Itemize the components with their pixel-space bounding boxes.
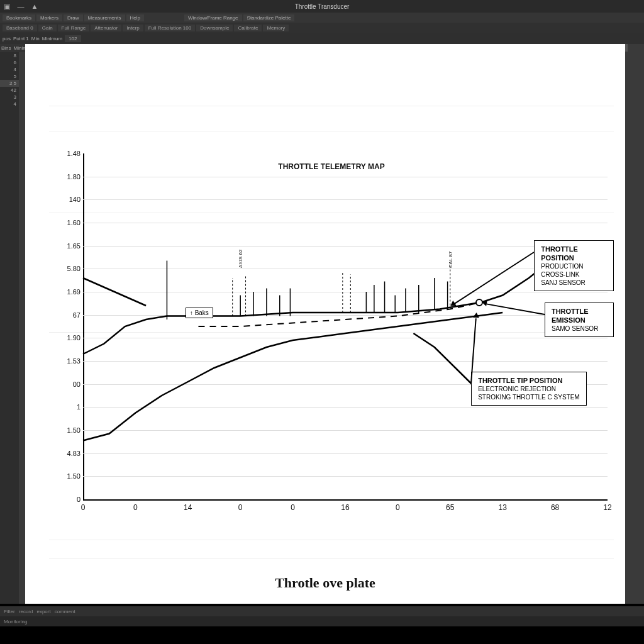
y-tick-label: 1.50	[67, 472, 80, 480]
y-tick-label: 0	[77, 496, 80, 503]
status-item[interactable]: export	[36, 609, 50, 614]
menu-item[interactable]: Help	[126, 14, 144, 21]
x-tick-label: 12	[603, 503, 611, 512]
bottom-status-2: Monitoring	[0, 616, 644, 626]
x-tick-label: 0	[291, 503, 295, 512]
arrow-up-icon: ↑	[190, 309, 193, 316]
series-line	[83, 278, 146, 306]
bg-gridline	[49, 558, 614, 559]
x-tick-label: 14	[184, 503, 192, 512]
series-line	[83, 257, 608, 354]
side-row[interactable]: 5	[0, 73, 19, 80]
plot-svg	[83, 153, 608, 499]
y-tick-label: 1.69	[67, 288, 80, 296]
up-icon[interactable]: ▲	[30, 2, 39, 11]
app-menu-icon[interactable]: ▣	[3, 2, 11, 11]
callout-box: THROTTLE TIP POSITIONELECTRONIC REJECTIO…	[471, 372, 587, 406]
x-axis	[83, 499, 608, 501]
status-item[interactable]: comment	[55, 609, 75, 614]
callout-title: THROTTLE EMISSION	[552, 307, 607, 325]
series-line	[83, 313, 502, 441]
series-line	[413, 333, 476, 389]
rotated-label: CAL 87	[448, 251, 453, 267]
callout-title: THROTTLE POSITION	[541, 245, 607, 263]
side-row[interactable]: 8	[0, 52, 19, 59]
status-item[interactable]: record	[19, 609, 33, 614]
x-tick-label: 65	[446, 503, 454, 512]
side-row[interactable]: 42	[0, 87, 19, 94]
series-line	[198, 303, 481, 327]
status-row: pos Point 1 Min Minimum 102	[0, 33, 644, 44]
tool-item[interactable]: Downsample	[196, 25, 233, 31]
tool-item[interactable]: Full Range	[58, 25, 90, 31]
y-tick-label: 1.65	[67, 242, 80, 250]
tool-item[interactable]: Memory	[263, 25, 289, 31]
y-tick-label: 1.50	[67, 426, 80, 434]
y-tick-label: 1.90	[67, 334, 80, 341]
x-tick-label: 0	[133, 503, 138, 512]
callout-sub: ELECTRONIC REJECTIONSTROKING THROTTLE C …	[478, 385, 580, 401]
tool-item[interactable]: Attenuator	[91, 25, 121, 31]
y-tick-label: 5.80	[67, 265, 80, 272]
tool-item[interactable]: Full Resolution 100	[145, 25, 195, 31]
side-row[interactable]: 3	[0, 94, 19, 101]
minimize-icon[interactable]: —	[16, 2, 25, 11]
tool-item[interactable]: Gain	[38, 25, 57, 31]
arrowhead-icon	[481, 299, 487, 306]
status-text: pos	[3, 36, 11, 42]
side-row[interactable]: 4	[0, 101, 19, 108]
side-row[interactable]: 4	[0, 66, 19, 73]
toolbar: Baseband 0 Gain Full Range Attenuator In…	[0, 23, 644, 33]
x-tick-label: 0	[396, 503, 400, 512]
bottom-black-bar	[0, 626, 644, 644]
y-tick-label: 4.83	[67, 450, 80, 457]
menu-item[interactable]: Draw	[64, 14, 83, 21]
rotated-label: AXIS 62	[238, 249, 243, 267]
tool-item[interactable]: Calibrate	[234, 25, 262, 31]
menu-item[interactable]: Markers	[36, 14, 62, 21]
callout-box: THROTTLE EMISSIONSAMO SENSOR	[545, 303, 614, 338]
bg-gridline	[49, 131, 614, 131]
mini-callout-label: Baks	[195, 309, 209, 316]
workarea: Bins Minimum 8 6 4 5 2 5 42 3 4 THROTTLE…	[0, 44, 644, 604]
x-tick-label: 0	[238, 503, 243, 512]
y-tick-label: 1.53	[67, 357, 80, 365]
mini-callout-box: ↑ Baks	[186, 308, 213, 318]
bottom-status: Filter record export comment	[0, 606, 644, 616]
chart-document: THROTTLE TELEMETRY MAP 01.504.831.501001…	[25, 44, 625, 604]
footer-title: Throtle ove plate	[25, 575, 625, 591]
menu-item[interactable]: Window/Frame Range	[184, 14, 242, 21]
menu-item[interactable]: Standardize Palette	[243, 14, 295, 21]
y-tick-label: 1.48	[67, 150, 80, 157]
x-tick-label: 0	[81, 503, 86, 512]
callout-sub: PRODUCTION CROSS-LINKSANJ SENSOR	[541, 262, 607, 287]
side-row[interactable]: 6	[0, 59, 19, 66]
side-row-selected[interactable]: 2 5	[0, 80, 19, 87]
side-tab[interactable]: Bins	[0, 44, 13, 52]
y-tick-label: 1.80	[67, 173, 80, 180]
callout-title: THROTTLE TIP POSITION	[478, 376, 580, 385]
side-panel: Bins Minimum 8 6 4 5 2 5 42 3 4	[0, 44, 19, 604]
y-tick-label: 00	[73, 380, 80, 388]
status-text: Min	[31, 36, 40, 42]
x-tick-label: 16	[341, 503, 349, 512]
status-text: Monitoring	[4, 619, 27, 625]
y-tick-label: 1.60	[67, 219, 80, 226]
y-tick-label: 67	[73, 311, 80, 319]
bg-gridline	[49, 540, 614, 540]
x-tick-label: 68	[551, 503, 559, 512]
status-item[interactable]: Filter	[4, 609, 15, 614]
window-title: Throttle Transducer	[295, 3, 350, 10]
window-titlebar: ▣ — ▲ Throttle Transducer	[0, 0, 644, 13]
menu-item[interactable]: Measurements	[84, 14, 125, 21]
x-tick-label: 13	[499, 503, 507, 512]
menubar: Bookmarks Markers Draw Measurements Help…	[0, 13, 644, 23]
menu-item[interactable]: Bookmarks	[3, 14, 35, 21]
tool-item[interactable]: Baseband 0	[3, 25, 37, 31]
status-field[interactable]: 102	[65, 35, 80, 42]
callout-sub: SAMO SENSOR	[552, 325, 607, 333]
y-tick-label: 140	[69, 196, 80, 203]
status-text: Minimum	[42, 36, 62, 42]
tool-item[interactable]: Interp	[123, 25, 143, 31]
bg-gridline	[49, 106, 614, 106]
